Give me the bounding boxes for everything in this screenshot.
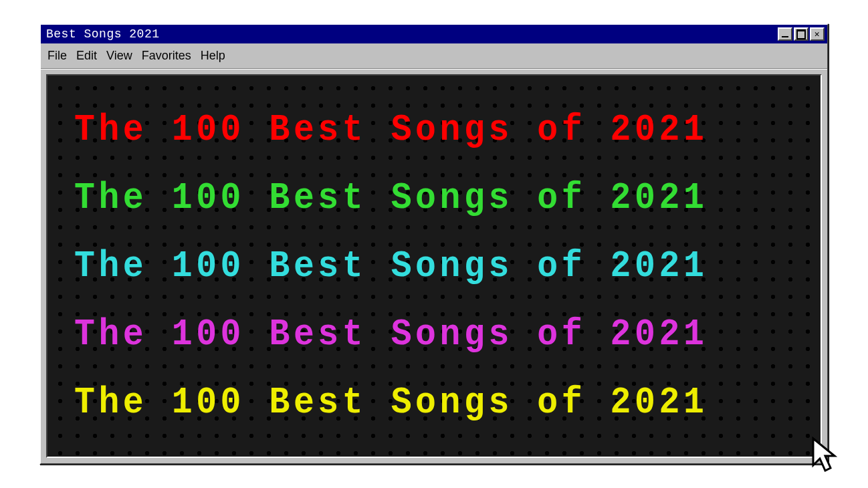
menubar: File Edit View Favorites Help: [41, 43, 827, 69]
menu-file[interactable]: File: [47, 49, 67, 63]
app-window: Best Songs 2021 File Edit View Favorites…: [39, 23, 829, 465]
close-button[interactable]: [810, 27, 825, 41]
headline-yellow: The 100 Best Songs of 2021: [74, 381, 736, 424]
headline-magenta: The 100 Best Songs of 2021: [74, 313, 736, 356]
headline-red: The 100 Best Songs of 2021: [74, 108, 736, 151]
maximize-button[interactable]: [794, 27, 808, 41]
menu-help[interactable]: Help: [201, 49, 225, 63]
window-controls: [778, 27, 825, 41]
headline-cyan: The 100 Best Songs of 2021: [74, 245, 736, 287]
minimize-button[interactable]: [778, 27, 792, 41]
window-title: Best Songs 2021: [43, 27, 778, 41]
headline-green: The 100 Best Songs of 2021: [74, 176, 736, 219]
titlebar[interactable]: Best Songs 2021: [41, 25, 827, 43]
menu-view[interactable]: View: [106, 49, 132, 63]
menu-favorites[interactable]: Favorites: [142, 49, 191, 63]
menu-edit[interactable]: Edit: [76, 49, 97, 63]
content-area: The 100 Best Songs of 2021 The 100 Best …: [46, 74, 822, 458]
